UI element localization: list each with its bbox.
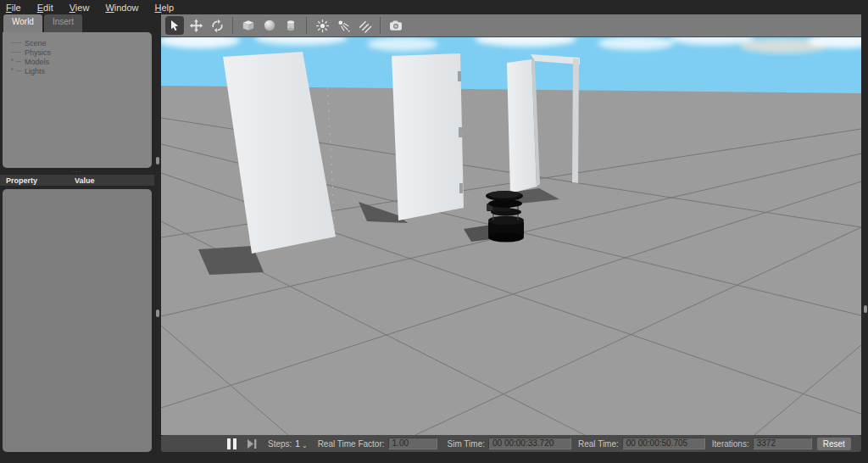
- cylinder-icon: [283, 18, 298, 33]
- panel-tabs: World Insert: [0, 14, 154, 32]
- directional-light-button[interactable]: [355, 16, 374, 35]
- simulation-status-bar: Steps: 1 ⌄ Real Time Factor: 1.00 Sim Ti…: [161, 435, 861, 452]
- toolbar-separator: [232, 17, 233, 34]
- real-time-label: Real Time:: [578, 439, 619, 449]
- insert-box-button[interactable]: [239, 16, 258, 35]
- iterations-value: 3372: [753, 438, 812, 449]
- box-icon: [241, 18, 256, 33]
- tree-item-label: Models: [25, 58, 49, 66]
- rotate-icon: [210, 19, 225, 33]
- insert-sphere-button[interactable]: [260, 16, 279, 35]
- real-time-factor-label: Real Time Factor:: [318, 439, 385, 449]
- splitter-grip[interactable]: [156, 310, 159, 317]
- viewport-toolbar: [161, 14, 861, 37]
- translate-tool-button[interactable]: [186, 16, 205, 35]
- insert-cylinder-button[interactable]: [281, 16, 300, 35]
- move-icon: [189, 19, 203, 33]
- step-button[interactable]: [247, 439, 258, 449]
- point-light-icon: [315, 19, 330, 33]
- tree-item-label: Scene: [25, 39, 47, 47]
- select-tool-button[interactable]: [165, 16, 184, 35]
- expand-arrow-icon[interactable]: ›: [11, 65, 14, 73]
- reset-button[interactable]: Reset: [817, 438, 851, 450]
- tree-item-scene[interactable]: Scene: [3, 38, 152, 47]
- tree-connector: [11, 42, 21, 43]
- tree-item-models[interactable]: › Models: [3, 57, 152, 66]
- pause-button[interactable]: [227, 438, 238, 449]
- camera-icon: [388, 18, 403, 33]
- horizontal-splitter[interactable]: ···: [0, 168, 154, 175]
- steps-label: Steps:: [268, 439, 292, 449]
- sim-time-value: 00 00:00:33.720: [488, 438, 571, 449]
- world-tree: Scene Physics › Models › Lights: [3, 32, 152, 168]
- menu-edit[interactable]: Edit: [37, 3, 53, 13]
- real-time-value: 00 00:00:50.705: [622, 438, 705, 449]
- tree-item-label: Physics: [25, 48, 51, 57]
- menu-file[interactable]: File: [6, 3, 21, 13]
- splitter-grip[interactable]: [156, 157, 159, 165]
- select-arrow-icon: [168, 19, 181, 32]
- screenshot-button[interactable]: [387, 16, 405, 35]
- tab-world[interactable]: World: [3, 14, 42, 32]
- tree-item-physics[interactable]: Physics: [3, 47, 152, 57]
- rotate-tool-button[interactable]: [208, 16, 226, 35]
- property-column-header: Property: [0, 176, 75, 185]
- left-panel: World Insert Scene Physics › Models › Li…: [0, 14, 154, 463]
- real-time-factor-value: 1.00: [388, 438, 437, 449]
- menu-window[interactable]: Window: [105, 3, 138, 13]
- menu-bar: File Edit View Window Help: [0, 0, 868, 14]
- vertical-splitter[interactable]: [154, 14, 161, 463]
- tab-insert[interactable]: Insert: [44, 14, 82, 32]
- tree-connector: [11, 52, 21, 53]
- menu-help[interactable]: Help: [155, 3, 175, 13]
- steps-value[interactable]: 1: [295, 439, 300, 449]
- toolbar-separator: [380, 17, 381, 34]
- sim-time-label: Sim Time:: [448, 439, 485, 449]
- property-value-panel[interactable]: [3, 189, 152, 452]
- spot-light-icon: [337, 19, 351, 33]
- tree-connector: [16, 61, 21, 62]
- iterations-label: Iterations:: [712, 439, 749, 449]
- tree-connector: [16, 70, 21, 71]
- property-table-header: Property Value: [0, 175, 154, 186]
- sphere-icon: [262, 18, 277, 33]
- tree-item-label: Lights: [25, 67, 45, 75]
- directional-light-icon: [358, 19, 372, 33]
- right-edge-grip[interactable]: [864, 305, 867, 313]
- point-light-button[interactable]: [313, 16, 331, 35]
- gazebo-3d-viewport[interactable]: [161, 37, 861, 435]
- tree-item-lights[interactable]: › Lights: [3, 66, 152, 75]
- toolbar-separator: [306, 17, 307, 34]
- expand-arrow-icon[interactable]: ›: [11, 56, 14, 64]
- spot-light-button[interactable]: [334, 16, 353, 35]
- value-column-header: Value: [75, 176, 95, 185]
- menu-view[interactable]: View: [70, 3, 90, 13]
- main-area: Steps: 1 ⌄ Real Time Factor: 1.00 Sim Ti…: [161, 14, 861, 463]
- steps-spinner-chevron-icon[interactable]: ⌄: [302, 442, 308, 449]
- door-panel-middle[interactable]: [392, 53, 464, 220]
